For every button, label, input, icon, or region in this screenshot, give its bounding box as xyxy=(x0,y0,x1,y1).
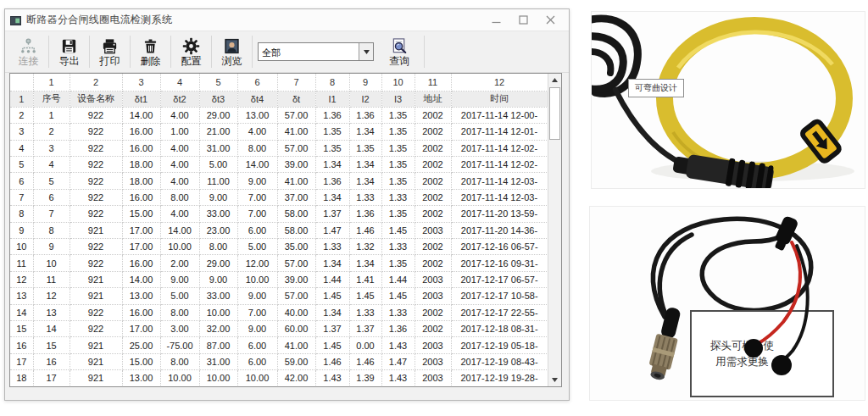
grid-cell[interactable]: 15.00 xyxy=(122,206,160,222)
grid-cell[interactable]: 60.00 xyxy=(277,320,315,336)
grid-cell[interactable]: 9.00 xyxy=(237,320,277,336)
grid-cell[interactable]: 1.35 xyxy=(381,255,415,271)
grid-cell[interactable]: 2002 xyxy=(415,189,451,205)
grid-cell[interactable]: 2017-12-18 08-31- xyxy=(451,320,548,336)
grid-cell[interactable]: 2017-11-14 12-02- xyxy=(451,140,548,156)
grid-cell[interactable]: 2002 xyxy=(415,107,451,123)
grid-cell[interactable]: 922 xyxy=(70,255,122,271)
grid-cell[interactable]: 6.00 xyxy=(237,222,277,238)
grid-cell[interactable]: 7.00 xyxy=(237,189,277,205)
vertical-scrollbar[interactable] xyxy=(548,74,561,386)
grid-cell[interactable]: 10.00 xyxy=(160,239,199,255)
grid-cell[interactable]: 922 xyxy=(70,206,122,222)
grid-cell[interactable]: 1.34 xyxy=(349,124,381,140)
close-button[interactable] xyxy=(537,9,564,31)
grid-cell[interactable]: 7 xyxy=(33,206,70,222)
grid-cell[interactable]: 1.33 xyxy=(315,239,349,255)
grid-cell[interactable]: 12 xyxy=(33,288,70,304)
grid-cell[interactable]: 9.00 xyxy=(160,271,199,287)
grid-cell[interactable]: 2017-12-16 06-57- xyxy=(451,239,548,255)
grid-cell[interactable]: 33.00 xyxy=(199,206,237,222)
grid-cell[interactable]: 921 xyxy=(70,222,122,238)
grid-cell[interactable]: 2003 xyxy=(415,353,451,369)
grid-cell[interactable]: 13 xyxy=(33,304,70,320)
maximize-button[interactable] xyxy=(509,9,537,31)
grid-cell[interactable]: 16 xyxy=(33,353,70,369)
grid-cell[interactable]: 2003 xyxy=(415,288,451,304)
grid-cell[interactable]: 922 xyxy=(70,124,122,140)
grid-cell[interactable]: 2017-12-16 09-31- xyxy=(451,255,548,271)
grid-cell[interactable]: 2017-11-20 14-36- xyxy=(451,222,548,238)
browse-button[interactable]: 浏览 xyxy=(213,33,251,70)
grid-cell[interactable]: 921 xyxy=(70,271,122,287)
grid-cell[interactable]: 14.00 xyxy=(122,107,160,123)
grid-cell[interactable]: 2003 xyxy=(415,337,451,353)
grid-cell[interactable]: 2 xyxy=(33,124,70,140)
grid-cell[interactable]: 1.35 xyxy=(349,140,381,156)
grid-cell[interactable]: 1.36 xyxy=(315,173,349,189)
grid-cell[interactable]: 11.00 xyxy=(199,173,237,189)
grid-cell[interactable]: 1.34 xyxy=(349,255,381,271)
grid-cell[interactable]: 6 xyxy=(33,189,70,205)
grid-cell[interactable]: 922 xyxy=(70,157,122,173)
grid-cell[interactable]: 1.43 xyxy=(381,370,415,386)
grid-cell[interactable]: 13.00 xyxy=(122,370,160,386)
grid-cell[interactable]: 15 xyxy=(33,337,70,353)
grid-cell[interactable]: 8.00 xyxy=(160,189,199,205)
grid-cell[interactable]: 2017-11-14 12-02- xyxy=(451,157,548,173)
grid-cell[interactable]: 6.00 xyxy=(237,353,277,369)
grid-cell[interactable]: 2017-12-19 08-43- xyxy=(451,353,548,369)
grid-cell[interactable]: 31.00 xyxy=(199,140,237,156)
grid-cell[interactable]: 41.00 xyxy=(277,337,315,353)
grid-cell[interactable]: 32.00 xyxy=(199,320,237,336)
grid-cell[interactable]: 1.46 xyxy=(349,353,381,369)
grid-cell[interactable]: 7.00 xyxy=(237,206,277,222)
grid-cell[interactable]: 10.00 xyxy=(199,304,237,320)
grid-cell[interactable]: 1.35 xyxy=(381,107,415,123)
grid-cell[interactable]: 1.34 xyxy=(315,304,349,320)
grid-cell[interactable]: 922 xyxy=(70,304,122,320)
grid-cell[interactable]: 6.00 xyxy=(237,337,277,353)
grid-cell[interactable]: 10.00 xyxy=(199,370,237,386)
grid-cell[interactable]: 2002 xyxy=(415,140,451,156)
grid-cell[interactable]: 10.00 xyxy=(237,370,277,386)
grid-cell[interactable]: 1.45 xyxy=(381,222,415,238)
grid-cell[interactable]: 1.46 xyxy=(315,353,349,369)
grid-cell[interactable]: 4.00 xyxy=(160,206,199,222)
grid-cell[interactable]: 1.46 xyxy=(349,222,381,238)
grid-cell[interactable]: 2017-12-19 19-28- xyxy=(451,370,548,386)
grid-cell[interactable]: 1.34 xyxy=(349,157,381,173)
grid-cell[interactable]: 31.00 xyxy=(199,353,237,369)
grid-cell[interactable]: 25.00 xyxy=(122,337,160,353)
grid-cell[interactable]: 1.36 xyxy=(349,107,381,123)
grid-cell[interactable]: 1.39 xyxy=(349,370,381,386)
grid-cell[interactable]: 1.37 xyxy=(349,320,381,336)
grid-cell[interactable]: 10.00 xyxy=(237,271,277,287)
grid-cell[interactable]: 13.00 xyxy=(237,107,277,123)
grid-cell[interactable]: 921 xyxy=(70,353,122,369)
grid-cell[interactable]: 14.00 xyxy=(237,157,277,173)
grid-cell[interactable]: 1 xyxy=(33,107,70,123)
grid-cell[interactable]: 1.33 xyxy=(349,189,381,205)
grid-cell[interactable]: 5.00 xyxy=(199,157,237,173)
grid-cell[interactable]: 922 xyxy=(70,239,122,255)
grid-cell[interactable]: 1.36 xyxy=(315,107,349,123)
grid-cell[interactable]: 23.00 xyxy=(199,222,237,238)
grid-cell[interactable]: 41.00 xyxy=(277,173,315,189)
grid-cell[interactable]: 4.00 xyxy=(237,124,277,140)
grid-cell[interactable]: 1.33 xyxy=(349,304,381,320)
grid-cell[interactable]: 2002 xyxy=(415,206,451,222)
grid-cell[interactable]: 35.00 xyxy=(277,239,315,255)
grid-cell[interactable]: 922 xyxy=(70,320,122,336)
grid-cell[interactable]: 4 xyxy=(33,157,70,173)
grid-cell[interactable]: 1.34 xyxy=(315,255,349,271)
grid-cell[interactable]: 17 xyxy=(33,370,70,386)
print-button[interactable]: 打印 xyxy=(91,33,129,70)
grid-cell[interactable]: 5.00 xyxy=(160,288,199,304)
grid-cell[interactable]: 1.35 xyxy=(315,140,349,156)
grid-cell[interactable]: 1.00 xyxy=(160,124,199,140)
grid-cell[interactable]: 18.00 xyxy=(122,157,160,173)
grid-cell[interactable]: 1.44 xyxy=(381,271,415,287)
filter-dropdown[interactable]: 全部 xyxy=(258,42,374,61)
grid-cell[interactable]: 58.00 xyxy=(277,222,315,238)
